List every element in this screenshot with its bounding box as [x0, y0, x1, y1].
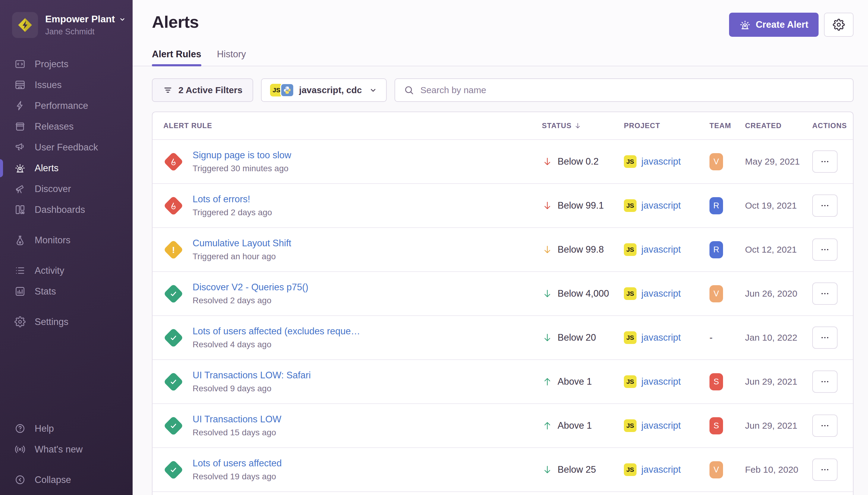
whats-new-icon: [15, 444, 25, 455]
sidebar-item-projects[interactable]: Projects: [0, 54, 133, 74]
alert-rules-table: Alert RuleStatusProjectTeamCreatedAction…: [152, 112, 853, 495]
project-link[interactable]: javascript: [641, 376, 681, 387]
row-actions-button[interactable]: [812, 414, 837, 437]
alert-rule-link[interactable]: UI Transactions LOW: Safari: [193, 370, 311, 381]
empower-plant-logo-icon: [17, 17, 33, 33]
status-value: Above 1: [558, 420, 592, 431]
sidebar-item-stats[interactable]: Stats: [0, 281, 133, 302]
javascript-platform-icon: JS: [624, 287, 637, 300]
project-cell: JSjavascript: [624, 463, 710, 476]
actions-cell: [812, 414, 853, 437]
clipped-row: [153, 491, 853, 495]
project-link[interactable]: javascript: [641, 156, 681, 167]
team-avatar[interactable]: V: [710, 153, 723, 170]
column-header-created[interactable]: Created: [745, 121, 812, 130]
project-link[interactable]: javascript: [641, 244, 681, 255]
search-input[interactable]: [420, 85, 845, 95]
dots-icon: [820, 244, 830, 255]
project-filter-dropdown[interactable]: JS javascript, cdc: [261, 79, 386, 102]
search-box: [395, 79, 853, 102]
check-icon: [169, 289, 178, 298]
sidebar-item-releases[interactable]: Releases: [0, 116, 133, 137]
project-link[interactable]: javascript: [641, 200, 681, 211]
row-actions-button[interactable]: [812, 238, 837, 261]
org-switcher[interactable]: Empower Plant Jane Schmidt: [0, 0, 133, 47]
alert-rule-row: Signup page is too slowTriggered 30 minu…: [153, 139, 853, 183]
active-filters-button[interactable]: 2 Active Filters: [152, 79, 253, 102]
status-value: Below 0.2: [558, 156, 598, 167]
sidebar-item-label: What's new: [35, 444, 83, 455]
help-icon: [15, 423, 25, 434]
resolved-diamond-icon: [163, 328, 183, 347]
alert-rule-link[interactable]: Lots of users affected (excludes reque…: [193, 326, 360, 337]
column-header-status[interactable]: Status: [542, 121, 624, 130]
table-header-row: Alert RuleStatusProjectTeamCreatedAction…: [153, 112, 853, 139]
created-cell: May 29, 2021: [745, 156, 812, 167]
dots-icon: [820, 332, 830, 343]
org-user: Jane Schmidt: [45, 27, 122, 36]
tab-alert-rules[interactable]: Alert Rules: [152, 49, 201, 66]
actions-cell: [812, 283, 853, 305]
arrow-down-icon: [542, 464, 553, 475]
check-icon: [169, 333, 178, 342]
row-actions-button[interactable]: [812, 150, 837, 173]
sidebar-item-settings[interactable]: Settings: [0, 311, 133, 332]
sidebar-item-collapse[interactable]: Collapse: [0, 470, 133, 490]
alert-rule-link[interactable]: UI Transactions LOW: [193, 414, 281, 425]
actions-cell: [812, 238, 853, 261]
collapse-icon: [15, 474, 25, 485]
row-actions-button[interactable]: [812, 326, 837, 349]
column-header-project[interactable]: Project: [624, 121, 710, 130]
nav-group: ProjectsIssuesPerformanceReleasesUser Fe…: [0, 54, 133, 220]
tab-history[interactable]: History: [217, 49, 246, 66]
create-alert-button[interactable]: Create Alert: [729, 13, 819, 37]
nav-group: Settings: [0, 311, 133, 332]
alert-rule-row: Lots of errors!Triggered 2 days agoBelow…: [153, 183, 853, 227]
sidebar-item-discover[interactable]: Discover: [0, 178, 133, 199]
sidebar-item-label: Releases: [35, 121, 73, 132]
alert-rule-link[interactable]: Lots of users affected: [193, 458, 282, 469]
team-cell: S: [710, 417, 745, 434]
alert-rule-row: UI Transactions LOW: SafariResolved 9 da…: [153, 359, 853, 403]
sidebar-item-alerts[interactable]: Alerts: [0, 158, 133, 178]
column-header-team[interactable]: Team: [710, 121, 745, 130]
project-link[interactable]: javascript: [641, 464, 681, 475]
row-actions-button[interactable]: [812, 459, 837, 481]
sidebar-item-performance[interactable]: Performance: [0, 95, 133, 116]
team-avatar[interactable]: R: [710, 241, 723, 258]
row-actions-button[interactable]: [812, 371, 837, 393]
team-avatar[interactable]: V: [710, 461, 723, 478]
alert-rule-link[interactable]: Signup page is too slow: [193, 150, 291, 161]
alert-rule-link[interactable]: Cumulative Layout Shift: [193, 238, 291, 249]
check-icon: [169, 377, 178, 387]
project-link[interactable]: javascript: [641, 332, 681, 343]
discover-icon: [15, 183, 25, 194]
team-avatar[interactable]: R: [710, 197, 723, 214]
sidebar-item-dashboards[interactable]: Dashboards: [0, 199, 133, 220]
alert-rule-link[interactable]: Lots of errors!: [193, 194, 272, 205]
team-cell: V: [710, 153, 745, 170]
project-cell: JSjavascript: [624, 199, 710, 212]
column-header-alert-rule[interactable]: Alert Rule: [153, 121, 542, 130]
project-link[interactable]: javascript: [641, 420, 681, 431]
alert-rule-subtitle: Triggered 2 days ago: [193, 208, 272, 217]
sidebar-item-label: Dashboards: [35, 204, 85, 215]
sidebar-item-help[interactable]: Help: [0, 418, 133, 439]
column-header-actions[interactable]: Actions: [812, 121, 853, 130]
team-avatar[interactable]: S: [710, 417, 723, 434]
alert-settings-button[interactable]: [824, 13, 853, 37]
project-cell: JSjavascript: [624, 243, 710, 256]
sidebar-item-monitors[interactable]: Monitors: [0, 230, 133, 251]
row-actions-button[interactable]: [812, 194, 837, 217]
sidebar-item-issues[interactable]: Issues: [0, 74, 133, 95]
alert-rule-link[interactable]: Discover V2 - Queries p75(): [193, 282, 308, 293]
sidebar-item-what-s-new[interactable]: What's new: [0, 439, 133, 460]
team-avatar[interactable]: S: [710, 373, 723, 390]
sidebar-item-user-feedback[interactable]: User Feedback: [0, 137, 133, 158]
sidebar-item-label: Activity: [35, 265, 64, 276]
sidebar-item-label: User Feedback: [35, 142, 98, 153]
sidebar-item-activity[interactable]: Activity: [0, 260, 133, 281]
team-avatar[interactable]: V: [710, 285, 723, 302]
row-actions-button[interactable]: [812, 283, 837, 305]
project-link[interactable]: javascript: [641, 288, 681, 299]
